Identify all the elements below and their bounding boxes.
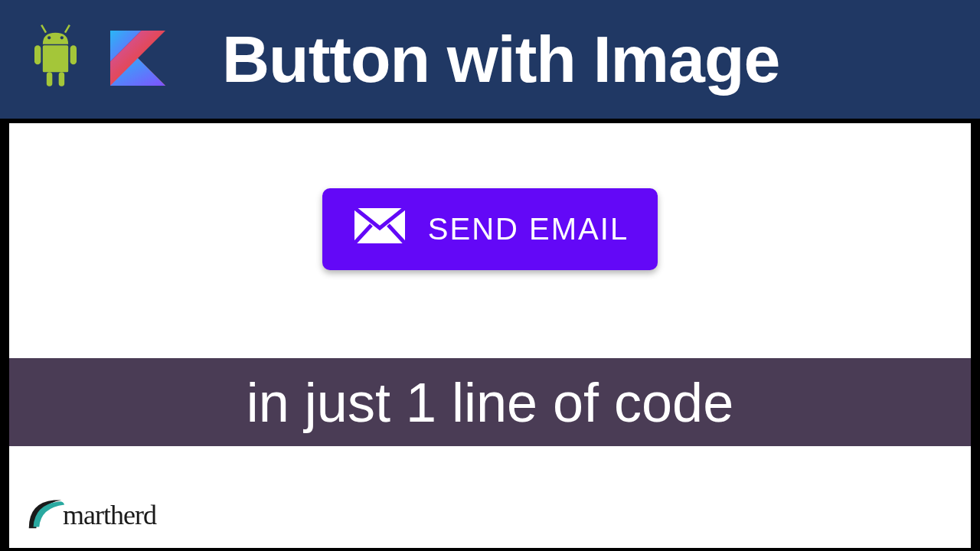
brand-logo-area: martherd (23, 491, 156, 539)
svg-rect-0 (43, 45, 68, 72)
envelope-icon (351, 205, 408, 253)
svg-line-6 (65, 24, 70, 32)
brand-swoosh-icon (23, 491, 67, 539)
svg-line-5 (41, 24, 46, 32)
svg-rect-3 (47, 72, 52, 86)
page-title: Button with Image (222, 21, 779, 97)
content-area: SEND EMAIL in just 1 line of code marthe… (9, 123, 971, 548)
svg-rect-1 (34, 45, 41, 64)
kotlin-icon (103, 20, 172, 99)
svg-point-7 (47, 36, 51, 39)
header-bar: Button with Image (0, 0, 980, 119)
subtitle-bar: in just 1 line of code (9, 358, 971, 446)
android-icon (23, 20, 88, 99)
brand-name: martherd (63, 499, 156, 531)
svg-rect-2 (70, 45, 77, 64)
svg-point-8 (60, 36, 64, 39)
subtitle-text: in just 1 line of code (247, 371, 733, 434)
send-email-button[interactable]: SEND EMAIL (322, 188, 658, 270)
svg-rect-4 (59, 72, 65, 86)
send-email-button-label: SEND EMAIL (428, 212, 629, 246)
